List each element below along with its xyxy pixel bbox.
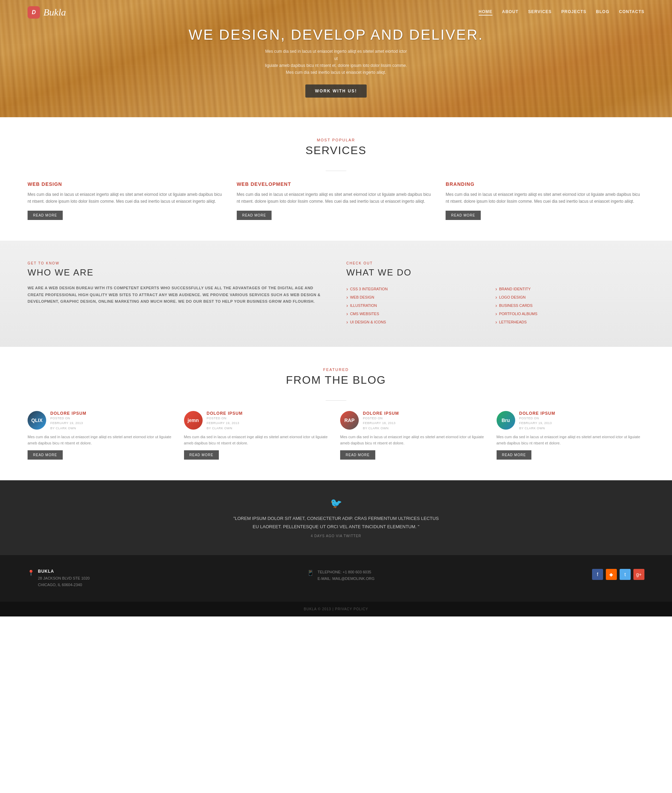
footer-address: 📍 BUKLA 28 JACKSON BLVD STE 1020 CHICAGO…: [27, 569, 90, 588]
blog-post-2-header: jemn DOLORE IPSUM POSTED ON FEBRUARY 19,…: [184, 411, 332, 431]
hero-cta-button[interactable]: WORK WITH US!: [305, 85, 367, 98]
blog-post-4-title: DOLORE IPSUM: [519, 411, 555, 416]
what-list-left: CSS 3 INTEGRATION WEB DESIGN ILLUSTRATIO…: [346, 285, 496, 326]
about-who-label: GET TO KNOW: [27, 261, 326, 265]
blog-post-2-btn[interactable]: READ MORE: [184, 450, 219, 460]
blog-thumb-3: RAP: [340, 411, 359, 429]
social-facebook-btn[interactable]: f: [592, 569, 603, 580]
blog-label: FEATURED: [27, 367, 645, 372]
service-branding-text: Mes cum dia sed in lacus ut eniascet ing…: [446, 191, 645, 205]
nav-links: HOME ABOUT SERVICES PROJECTS BLOG CONTAC…: [479, 9, 645, 16]
footer-addr-text: 28 JACKSON BLVD STE 1020 CHICAGO, IL 606…: [38, 575, 90, 588]
footer-company-name: BUKLA: [38, 569, 90, 574]
blog-title: FROM THE BLOG: [27, 374, 645, 386]
services-grid: WEB DESIGN Mes cum dia sed in lacus ut e…: [27, 181, 645, 220]
blog-post-4-text: Mes cum dia sed in lacus ut eniascet ing…: [497, 434, 645, 446]
footer-contact: 📱 TELEPHONE: +1 800 603 6035 E-MAIL: MAI…: [307, 569, 374, 582]
blog-grid: QLIX DOLORE IPSUM POSTED ON FEBRUARY 19,…: [27, 411, 645, 460]
what-item: WEB DESIGN: [346, 293, 496, 301]
social-googleplus-btn[interactable]: g+: [634, 569, 645, 580]
blog-post-3: RAP DOLORE IPSUM POSTED ON FEBRUARY 18, …: [340, 411, 488, 460]
service-web-dev-title: WEB DEVELOPMENT: [237, 181, 435, 187]
blog-post-4-btn[interactable]: READ MORE: [497, 450, 532, 460]
blog-post-1-title: DOLORE IPSUM: [50, 411, 86, 416]
nav-services[interactable]: SERVICES: [528, 9, 551, 16]
blog-post-2: jemn DOLORE IPSUM POSTED ON FEBRUARY 19,…: [184, 411, 332, 460]
blog-thumb-2: jemn: [184, 411, 203, 429]
service-web-design-text: Mes cum dia sed in lacus ut eniascet ing…: [27, 191, 226, 205]
footer-bottom-link[interactable]: BUKLA © 2013 | PRIVACY POLICY: [304, 607, 368, 611]
blog-post-3-meta: POSTED ON FEBRUARY 18, 2013 BY CLARK OWN: [363, 416, 399, 431]
hero-subtitle: Mes cum dia sed in lacus ut eniascet ing…: [264, 48, 408, 76]
blog-post-1-btn[interactable]: READ MORE: [27, 450, 63, 460]
nav-home[interactable]: HOME: [479, 9, 493, 16]
blog-post-1-header: QLIX DOLORE IPSUM POSTED ON FEBRUARY 19,…: [27, 411, 176, 431]
footer: 📍 BUKLA 28 JACKSON BLVD STE 1020 CHICAGO…: [0, 555, 672, 602]
about-grid: GET TO KNOW WHO WE ARE WE ARE A WEB DESI…: [27, 261, 645, 326]
about-what: CHECK OUT WHAT WE DO CSS 3 INTEGRATION W…: [346, 261, 645, 326]
blog-thumb-1: QLIX: [27, 411, 46, 429]
hero-title: WE DESIGN, DEVELOP AND DELIVER.: [189, 27, 483, 43]
navbar: D Bukla HOME ABOUT SERVICES PROJECTS BLO…: [0, 0, 672, 25]
what-list-right: BRAND IDENTITY LOGO DESIGN BUSINESS CARD…: [496, 285, 645, 326]
about-who-title: WHO WE ARE: [27, 267, 326, 278]
service-branding-title: BRANDING: [446, 181, 645, 187]
nav-projects[interactable]: PROJECTS: [562, 9, 587, 16]
what-item: BUSINESS CARDS: [496, 301, 645, 309]
blog-post-4-header: Bru DOLORE IPSUM POSTED ON FEBRUARY 19, …: [497, 411, 645, 431]
phone-icon: 📱: [307, 570, 314, 576]
what-item: CSS 3 INTEGRATION: [346, 285, 496, 293]
blog-post-3-title: DOLORE IPSUM: [363, 411, 399, 416]
blog-post-3-btn[interactable]: READ MORE: [340, 450, 375, 460]
social-twitter-btn[interactable]: t: [619, 569, 630, 580]
twitter-time: 4 DAYS AGO VIA TWITTER: [17, 534, 655, 538]
what-item: ILLUSTRATION: [346, 301, 496, 309]
footer-contact-text: TELEPHONE: +1 800 603 6035 E-MAIL: MAIL@…: [317, 569, 374, 582]
footer-social: f ◆ t g+: [592, 569, 645, 580]
blog-post-1-meta: POSTED ON FEBRUARY 19, 2013 BY CLARK OWN: [50, 416, 86, 431]
service-branding: BRANDING Mes cum dia sed in lacus ut eni…: [446, 181, 645, 220]
twitter-icon: 🐦: [17, 498, 655, 509]
blog-post-4: Bru DOLORE IPSUM POSTED ON FEBRUARY 19, …: [497, 411, 645, 460]
footer-inner: 📍 BUKLA 28 JACKSON BLVD STE 1020 CHICAGO…: [27, 569, 645, 588]
what-item: LETTERHEADS: [496, 318, 645, 326]
what-item: PORTFOLIO ALBUMS: [496, 309, 645, 318]
services-section: MOST POPULAR SERVICES WEB DESIGN Mes cum…: [0, 117, 672, 241]
service-web-design-title: WEB DESIGN: [27, 181, 226, 187]
services-label: MOST POPULAR: [27, 138, 645, 142]
footer-bottom: BUKLA © 2013 | PRIVACY POLICY: [0, 602, 672, 617]
nav-about[interactable]: ABOUT: [502, 9, 518, 16]
blog-post-1-text: Mes cum dia sed in lacus ut eniascet ing…: [27, 434, 176, 446]
what-we-do-lists: CSS 3 INTEGRATION WEB DESIGN ILLUSTRATIO…: [346, 285, 645, 326]
nav-contacts[interactable]: CONTACTS: [619, 9, 645, 16]
logo-icon: D: [27, 6, 40, 19]
blog-post-4-meta: POSTED ON FEBRUARY 19, 2013 BY CLARK OWN: [519, 416, 555, 431]
service-web-dev-btn[interactable]: READ MORE: [237, 211, 272, 220]
social-rss-btn[interactable]: ◆: [606, 569, 617, 580]
what-item: BRAND IDENTITY: [496, 285, 645, 293]
blog-section: FEATURED FROM THE BLOG QLIX DOLORE IPSUM…: [0, 347, 672, 480]
blog-post-1: QLIX DOLORE IPSUM POSTED ON FEBRUARY 19,…: [27, 411, 176, 460]
twitter-section: 🐦 "LOREM IPSUM DOLOR SIT AMET, CONSECTET…: [0, 480, 672, 555]
footer-email-link[interactable]: MAIL@DEMOLINK.ORG: [332, 577, 374, 581]
logo-text: Bukla: [43, 7, 66, 18]
about-who: GET TO KNOW WHO WE ARE WE ARE A WEB DESI…: [27, 261, 326, 326]
blog-post-3-text: Mes cum dia sed in lacus ut eniascet ing…: [340, 434, 488, 446]
nav-blog[interactable]: BLOG: [596, 9, 610, 16]
service-web-design-btn[interactable]: READ MORE: [27, 211, 63, 220]
twitter-quote: "LOREM IPSUM DOLOR SIT AMET, CONSECTETUR…: [233, 514, 439, 530]
location-icon: 📍: [27, 570, 34, 576]
services-title: SERVICES: [27, 144, 645, 157]
blog-post-3-header: RAP DOLORE IPSUM POSTED ON FEBRUARY 18, …: [340, 411, 488, 431]
what-item: CMS WEBSITES: [346, 309, 496, 318]
blog-post-2-title: DOLORE IPSUM: [207, 411, 243, 416]
service-web-dev-text: Mes cum dia sed in lacus ut eniascet ing…: [237, 191, 435, 205]
logo[interactable]: D Bukla: [27, 6, 66, 19]
service-branding-btn[interactable]: READ MORE: [446, 211, 481, 220]
blog-post-2-meta: POSTED ON FEBRUARY 19, 2013 BY CLARK OWN: [207, 416, 243, 431]
about-who-text: WE ARE A WEB DESIGN BUREAU WITH ITS COMP…: [27, 285, 326, 305]
blog-post-2-text: Mes cum dia sed in lacus ut eniascet ing…: [184, 434, 332, 446]
blog-thumb-4: Bru: [497, 411, 515, 429]
about-section: GET TO KNOW WHO WE ARE WE ARE A WEB DESI…: [0, 241, 672, 347]
about-what-title: WHAT WE DO: [346, 267, 645, 278]
